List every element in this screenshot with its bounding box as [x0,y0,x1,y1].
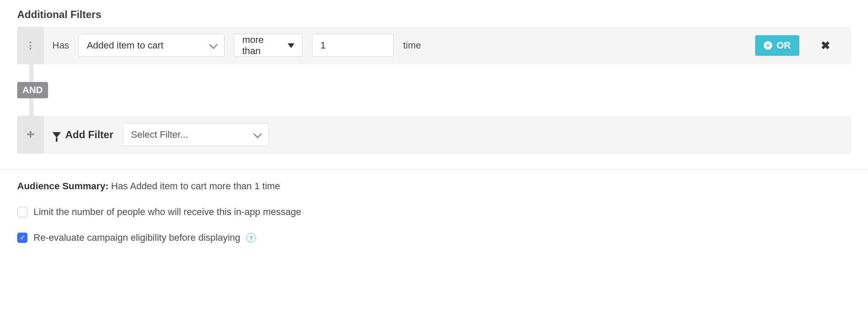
filter-body: Has Added item to cart more than time + … [44,34,851,57]
remove-filter-icon[interactable]: ✖ [821,39,830,52]
add-filter-text: Add Filter [65,129,113,141]
caret-down-icon [288,43,294,48]
or-button[interactable]: + OR [755,35,799,56]
operator-select[interactable]: more than [234,34,303,57]
filter-type-select[interactable]: Select Filter... [123,123,269,146]
add-filter-row: ✚ Add Filter Select Filter... [17,116,851,154]
chevron-down-icon [253,130,262,138]
event-select[interactable]: Added item to cart [79,34,225,57]
unit-label: time [403,40,421,51]
limit-checkbox-label: Limit the number of people who will rece… [33,206,301,218]
has-label: Has [52,40,69,51]
drag-handle-icon[interactable]: ⋮ [17,27,44,64]
section-title: Additional Filters [17,9,868,21]
limit-checkbox[interactable] [17,207,27,217]
event-select-value: Added item to cart [87,40,164,51]
chevron-down-icon [209,40,218,49]
reeval-checkbox[interactable]: ✓ [17,233,27,243]
audience-summary: Audience Summary: Has Added item to cart… [17,181,868,192]
add-filter-plus-icon[interactable]: ✚ [17,116,44,154]
plus-circle-icon: + [764,41,772,50]
limit-checkbox-row: Limit the number of people who will rece… [17,206,868,218]
add-filter-body: Add Filter Select Filter... [44,123,851,146]
reeval-checkbox-label: Re-evaluate campaign eligibility before … [33,232,240,243]
summary-prefix: Audience Summary: [17,181,109,191]
add-filter-label: Add Filter [52,129,113,141]
count-input[interactable] [312,34,394,57]
help-icon[interactable]: ? [246,233,256,242]
connector: AND [17,64,868,116]
check-icon: ✓ [20,234,25,241]
summary-text: Has Added item to cart more than 1 time [111,181,280,191]
or-button-label: OR [777,40,791,51]
reeval-checkbox-row: ✓ Re-evaluate campaign eligibility befor… [17,232,868,243]
filter-icon [52,132,61,138]
filter-row: ⋮ Has Added item to cart more than time … [17,27,851,64]
divider [0,169,868,170]
filter-type-placeholder: Select Filter... [131,129,188,140]
operator-select-value: more than [242,34,282,57]
and-chip: AND [17,82,48,98]
